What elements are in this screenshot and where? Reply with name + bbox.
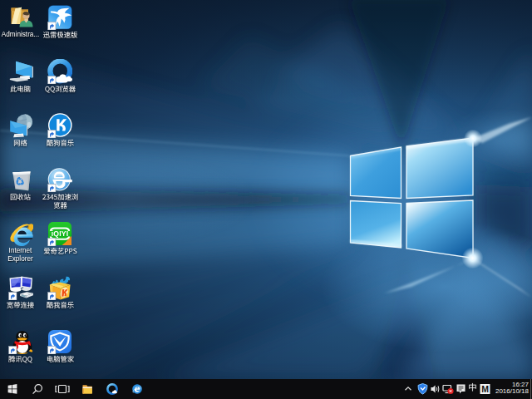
svg-text:M: M (481, 384, 489, 394)
